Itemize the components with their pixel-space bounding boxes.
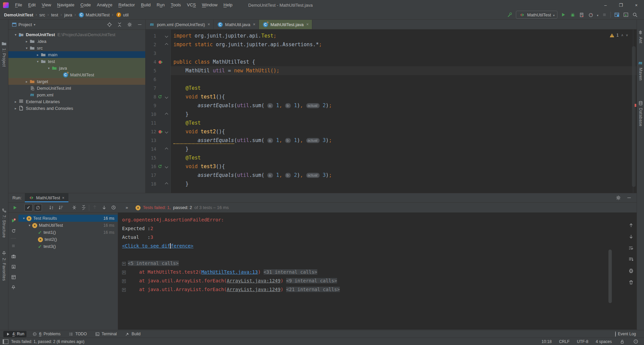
close-tab-icon[interactable]: × — [62, 196, 64, 200]
status-message[interactable]: Tests failed: 1, passed: 2 (6 minutes ag… — [11, 339, 85, 344]
menu-item-tools[interactable]: Tools — [168, 0, 184, 10]
code-line[interactable]: assertEquals(util.sum( a: 1, b: 1), actu… — [171, 136, 637, 145]
breadcrumb-item[interactable]: DemoUnitTest — [4, 12, 33, 17]
lock-icon[interactable] — [619, 339, 625, 345]
code-line[interactable]: import org.junit.jupiter.api.Test; — [171, 31, 637, 40]
chevron-right-icon[interactable]: ▸ — [13, 107, 18, 110]
breadcrumb-item[interactable]: CMathUtilTest — [78, 12, 110, 18]
test-tree-row-mathutiltest[interactable]: ▾×MathUtilTest16 ms — [18, 222, 118, 229]
chevron-right-icon[interactable]: ▸ — [24, 80, 29, 83]
pin-tab-button[interactable] — [10, 284, 16, 290]
error-stripe-mark[interactable] — [635, 104, 636, 107]
sort-by-duration-toggle[interactable] — [57, 204, 65, 211]
tree-row-pom-xml[interactable]: mpom.xml — [8, 91, 145, 98]
toolwindow-button-6-problems[interactable]: 6: Problems — [30, 331, 63, 337]
toolwindow-button-build[interactable]: Build — [122, 331, 143, 337]
search-everywhere-icon[interactable] — [632, 12, 638, 18]
test-tree-row-test-results[interactable]: ▾×Test Results16 ms — [18, 215, 118, 222]
test-passed-gutter-icon[interactable] — [156, 164, 164, 169]
maximize-button[interactable]: ❐ — [613, 0, 629, 10]
inspection-widget[interactable]: 1 ˄ ˅ — [609, 32, 628, 38]
tree-row-scratches-and-consoles[interactable]: ▸Scratches and Consoles — [8, 105, 145, 112]
toolwindow-button-terminal[interactable]: Terminal — [93, 331, 119, 337]
code-line[interactable]: void test1(){ — [171, 92, 637, 101]
highlighting-level-icon[interactable]: ? — [633, 339, 639, 345]
editor-tab-pom-xml-demounittest-[interactable]: mpom.xml (DemoUnitTest)× — [146, 20, 214, 29]
menu-item-help[interactable]: Help — [220, 0, 235, 10]
soft-wrap-toggle[interactable] — [628, 245, 634, 251]
clear-console-button[interactable] — [628, 279, 634, 285]
code-line[interactable]: @Test — [171, 153, 637, 162]
scroll-to-end-button[interactable] — [628, 256, 634, 262]
menu-item-refactor[interactable]: Refactor — [115, 0, 138, 10]
close-tab-icon[interactable]: × — [208, 22, 210, 27]
hide-panel-icon[interactable] — [137, 22, 143, 28]
show-ignored-toggle[interactable]: ∅ — [34, 204, 42, 211]
menu-item-code[interactable]: Code — [77, 0, 94, 10]
code-line[interactable]: assertEquals(util.sum( a: 1, b: 1), actu… — [171, 101, 637, 110]
fold-marker-icon[interactable] — [164, 113, 169, 116]
stop-button[interactable] — [10, 243, 16, 249]
fold-marker-icon[interactable] — [164, 131, 169, 133]
code-line[interactable]: } — [171, 145, 637, 153]
chevron-down-icon[interactable]: ▾ — [46, 66, 51, 70]
close-button[interactable]: × — [629, 0, 644, 10]
code-line[interactable]: void test3(){ — [171, 162, 637, 171]
code-pane[interactable]: import org.junit.jupiter.api.Test;import… — [171, 29, 637, 193]
tree-row--idea[interactable]: ▸.idea — [8, 38, 145, 45]
gear-icon[interactable] — [126, 22, 132, 28]
editor-tab-mathutiltest-java[interactable]: CMathUtilTest.java× — [259, 20, 312, 29]
project-structure-icon[interactable] — [614, 12, 620, 18]
tool-stripe-button[interactable]: Database — [637, 100, 644, 126]
tree-row-main[interactable]: ▸main — [8, 51, 145, 58]
code-line[interactable] — [171, 49, 637, 58]
test-failed-gutter-icon[interactable] — [156, 60, 164, 64]
menu-item-file[interactable]: File — [12, 0, 25, 10]
rerun-tests-button[interactable] — [11, 204, 19, 211]
gear-icon[interactable] — [615, 195, 621, 201]
project-view-selector[interactable]: Project — [18, 22, 32, 27]
chevron-down-icon[interactable]: ▾ — [24, 46, 29, 50]
fold-marker-icon[interactable] — [164, 165, 169, 168]
print-button[interactable] — [628, 268, 634, 274]
tree-row-demounittest-iml[interactable]: DemoUnitTest.iml — [8, 85, 145, 91]
rerun-failed-tests-button[interactable]: 9 — [10, 217, 16, 223]
chevron-right-icon[interactable]: ▸ — [13, 100, 18, 104]
editor-body[interactable]: 123456789101112131415161718 import org.j… — [146, 29, 637, 193]
toolwindow-toggle-icon[interactable] — [3, 339, 8, 344]
chevron-right-icon[interactable]: ▸ — [24, 40, 29, 43]
menu-item-view[interactable]: View — [39, 0, 54, 10]
collapse-all-button[interactable] — [79, 204, 88, 211]
stacktrace-link[interactable]: MathUtilTest.java:13 — [201, 269, 258, 275]
menu-item-edit[interactable]: Edit — [25, 0, 39, 10]
stacktrace-link[interactable]: ference> — [171, 243, 193, 249]
code-line[interactable] — [171, 75, 637, 84]
toolwindow-button-todo[interactable]: TODO — [66, 331, 89, 337]
previous-failed-test-button[interactable] — [91, 204, 99, 211]
breadcrumb-item[interactable]: futil — [116, 12, 129, 18]
fold-expand-icon[interactable]: + — [122, 271, 126, 274]
tree-row-test[interactable]: ▾test — [8, 58, 145, 65]
code-line[interactable]: } — [171, 180, 637, 188]
test-console[interactable]: org.opentest4j.AssertionFailedError: Exp… — [118, 213, 625, 330]
tool-stripe-button[interactable]: Ant — [637, 29, 644, 44]
next-warning-icon[interactable]: ˅ — [626, 33, 628, 37]
code-line[interactable]: } — [171, 110, 637, 119]
menu-item-navigate[interactable]: Navigate — [54, 0, 77, 10]
tree-row-mathutiltest[interactable]: CMathUtilTest — [8, 71, 145, 78]
run-config-select[interactable]: MathUtilTest▾ — [516, 11, 557, 19]
hide-panel-icon[interactable] — [626, 195, 632, 201]
tool-stripe-button[interactable]: 2: Favorites — [0, 250, 8, 281]
editor-tab-mathutil-java[interactable]: CMathUtil.java× — [214, 20, 259, 29]
minimize-button[interactable]: – — [598, 0, 613, 10]
breadcrumb-item[interactable]: java — [64, 12, 72, 17]
chevron-right-icon[interactable]: ▸ — [35, 53, 40, 57]
code-line[interactable]: assertEquals(util.sum( a: 1, b: 2), actu… — [171, 171, 637, 180]
test-passed-gutter-icon[interactable] — [156, 94, 164, 99]
stacktrace-link[interactable]: ArrayList.java:1249 — [227, 287, 280, 292]
encoding-indicator[interactable]: UTF-8 — [577, 339, 588, 344]
menu-item-run[interactable]: Run — [154, 0, 168, 10]
fold-marker-icon[interactable] — [164, 148, 169, 150]
tree-row-external-libraries[interactable]: ▸External Libraries — [8, 98, 145, 105]
tree-row-src[interactable]: ▾src — [8, 45, 145, 51]
